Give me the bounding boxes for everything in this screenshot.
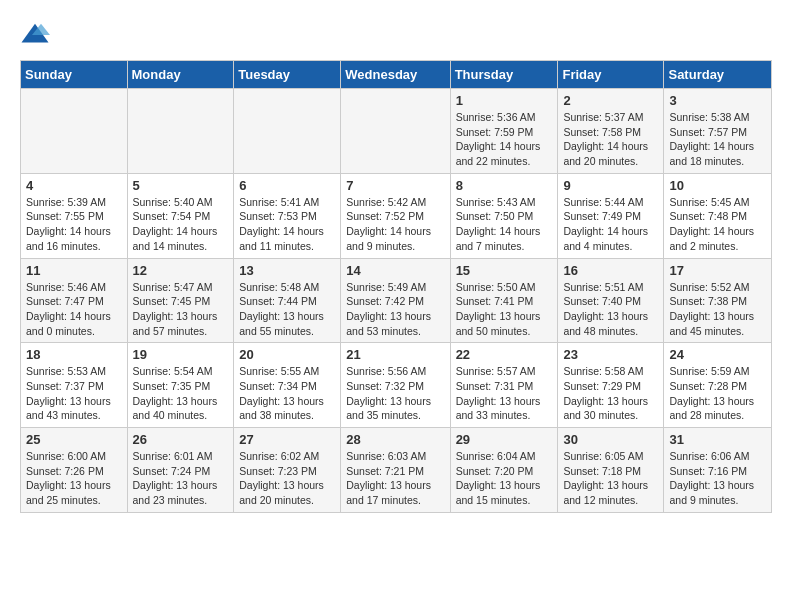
day-cell: 16Sunrise: 5:51 AM Sunset: 7:40 PM Dayli… <box>558 258 664 343</box>
day-cell: 21Sunrise: 5:56 AM Sunset: 7:32 PM Dayli… <box>341 343 450 428</box>
day-number: 27 <box>239 432 335 447</box>
page-header <box>20 20 772 50</box>
day-cell: 12Sunrise: 5:47 AM Sunset: 7:45 PM Dayli… <box>127 258 234 343</box>
day-cell: 5Sunrise: 5:40 AM Sunset: 7:54 PM Daylig… <box>127 173 234 258</box>
day-info: Sunrise: 6:01 AM Sunset: 7:24 PM Dayligh… <box>133 449 229 508</box>
day-cell: 7Sunrise: 5:42 AM Sunset: 7:52 PM Daylig… <box>341 173 450 258</box>
day-number: 16 <box>563 263 658 278</box>
day-cell: 25Sunrise: 6:00 AM Sunset: 7:26 PM Dayli… <box>21 428 128 513</box>
logo <box>20 20 54 50</box>
day-number: 10 <box>669 178 766 193</box>
day-number: 21 <box>346 347 444 362</box>
day-cell: 13Sunrise: 5:48 AM Sunset: 7:44 PM Dayli… <box>234 258 341 343</box>
header-cell-sunday: Sunday <box>21 61 128 89</box>
day-cell: 23Sunrise: 5:58 AM Sunset: 7:29 PM Dayli… <box>558 343 664 428</box>
day-cell: 9Sunrise: 5:44 AM Sunset: 7:49 PM Daylig… <box>558 173 664 258</box>
day-cell: 22Sunrise: 5:57 AM Sunset: 7:31 PM Dayli… <box>450 343 558 428</box>
day-number: 20 <box>239 347 335 362</box>
header-cell-wednesday: Wednesday <box>341 61 450 89</box>
day-cell: 17Sunrise: 5:52 AM Sunset: 7:38 PM Dayli… <box>664 258 772 343</box>
day-cell: 3Sunrise: 5:38 AM Sunset: 7:57 PM Daylig… <box>664 89 772 174</box>
day-cell: 2Sunrise: 5:37 AM Sunset: 7:58 PM Daylig… <box>558 89 664 174</box>
week-row: 25Sunrise: 6:00 AM Sunset: 7:26 PM Dayli… <box>21 428 772 513</box>
day-info: Sunrise: 6:04 AM Sunset: 7:20 PM Dayligh… <box>456 449 553 508</box>
day-number: 28 <box>346 432 444 447</box>
day-number: 31 <box>669 432 766 447</box>
day-cell: 15Sunrise: 5:50 AM Sunset: 7:41 PM Dayli… <box>450 258 558 343</box>
calendar-table: SundayMondayTuesdayWednesdayThursdayFrid… <box>20 60 772 513</box>
day-info: Sunrise: 5:46 AM Sunset: 7:47 PM Dayligh… <box>26 280 122 339</box>
day-cell: 29Sunrise: 6:04 AM Sunset: 7:20 PM Dayli… <box>450 428 558 513</box>
day-number: 12 <box>133 263 229 278</box>
day-info: Sunrise: 5:40 AM Sunset: 7:54 PM Dayligh… <box>133 195 229 254</box>
day-cell: 6Sunrise: 5:41 AM Sunset: 7:53 PM Daylig… <box>234 173 341 258</box>
week-row: 18Sunrise: 5:53 AM Sunset: 7:37 PM Dayli… <box>21 343 772 428</box>
day-cell: 31Sunrise: 6:06 AM Sunset: 7:16 PM Dayli… <box>664 428 772 513</box>
header-cell-friday: Friday <box>558 61 664 89</box>
day-info: Sunrise: 6:03 AM Sunset: 7:21 PM Dayligh… <box>346 449 444 508</box>
day-cell: 8Sunrise: 5:43 AM Sunset: 7:50 PM Daylig… <box>450 173 558 258</box>
day-cell: 27Sunrise: 6:02 AM Sunset: 7:23 PM Dayli… <box>234 428 341 513</box>
day-info: Sunrise: 6:06 AM Sunset: 7:16 PM Dayligh… <box>669 449 766 508</box>
day-cell: 28Sunrise: 6:03 AM Sunset: 7:21 PM Dayli… <box>341 428 450 513</box>
day-number: 23 <box>563 347 658 362</box>
header-cell-thursday: Thursday <box>450 61 558 89</box>
week-row: 1Sunrise: 5:36 AM Sunset: 7:59 PM Daylig… <box>21 89 772 174</box>
day-info: Sunrise: 5:38 AM Sunset: 7:57 PM Dayligh… <box>669 110 766 169</box>
day-cell: 26Sunrise: 6:01 AM Sunset: 7:24 PM Dayli… <box>127 428 234 513</box>
day-number: 19 <box>133 347 229 362</box>
day-number: 8 <box>456 178 553 193</box>
day-number: 9 <box>563 178 658 193</box>
day-cell: 19Sunrise: 5:54 AM Sunset: 7:35 PM Dayli… <box>127 343 234 428</box>
day-cell <box>21 89 128 174</box>
day-number: 2 <box>563 93 658 108</box>
day-info: Sunrise: 5:58 AM Sunset: 7:29 PM Dayligh… <box>563 364 658 423</box>
day-number: 29 <box>456 432 553 447</box>
day-cell: 24Sunrise: 5:59 AM Sunset: 7:28 PM Dayli… <box>664 343 772 428</box>
day-info: Sunrise: 5:52 AM Sunset: 7:38 PM Dayligh… <box>669 280 766 339</box>
day-info: Sunrise: 5:37 AM Sunset: 7:58 PM Dayligh… <box>563 110 658 169</box>
logo-icon <box>20 20 50 50</box>
day-info: Sunrise: 5:45 AM Sunset: 7:48 PM Dayligh… <box>669 195 766 254</box>
day-number: 6 <box>239 178 335 193</box>
day-number: 25 <box>26 432 122 447</box>
day-number: 30 <box>563 432 658 447</box>
day-info: Sunrise: 5:56 AM Sunset: 7:32 PM Dayligh… <box>346 364 444 423</box>
day-number: 7 <box>346 178 444 193</box>
day-number: 11 <box>26 263 122 278</box>
day-cell: 10Sunrise: 5:45 AM Sunset: 7:48 PM Dayli… <box>664 173 772 258</box>
day-info: Sunrise: 5:39 AM Sunset: 7:55 PM Dayligh… <box>26 195 122 254</box>
day-info: Sunrise: 5:54 AM Sunset: 7:35 PM Dayligh… <box>133 364 229 423</box>
week-row: 4Sunrise: 5:39 AM Sunset: 7:55 PM Daylig… <box>21 173 772 258</box>
day-info: Sunrise: 5:36 AM Sunset: 7:59 PM Dayligh… <box>456 110 553 169</box>
day-cell: 20Sunrise: 5:55 AM Sunset: 7:34 PM Dayli… <box>234 343 341 428</box>
header-cell-tuesday: Tuesday <box>234 61 341 89</box>
day-cell: 14Sunrise: 5:49 AM Sunset: 7:42 PM Dayli… <box>341 258 450 343</box>
day-cell: 1Sunrise: 5:36 AM Sunset: 7:59 PM Daylig… <box>450 89 558 174</box>
day-info: Sunrise: 5:57 AM Sunset: 7:31 PM Dayligh… <box>456 364 553 423</box>
day-number: 15 <box>456 263 553 278</box>
day-info: Sunrise: 5:43 AM Sunset: 7:50 PM Dayligh… <box>456 195 553 254</box>
header-row: SundayMondayTuesdayWednesdayThursdayFrid… <box>21 61 772 89</box>
day-info: Sunrise: 5:41 AM Sunset: 7:53 PM Dayligh… <box>239 195 335 254</box>
day-number: 1 <box>456 93 553 108</box>
day-number: 18 <box>26 347 122 362</box>
day-info: Sunrise: 5:42 AM Sunset: 7:52 PM Dayligh… <box>346 195 444 254</box>
day-number: 24 <box>669 347 766 362</box>
day-cell <box>127 89 234 174</box>
day-number: 13 <box>239 263 335 278</box>
day-info: Sunrise: 5:55 AM Sunset: 7:34 PM Dayligh… <box>239 364 335 423</box>
day-info: Sunrise: 5:50 AM Sunset: 7:41 PM Dayligh… <box>456 280 553 339</box>
day-number: 26 <box>133 432 229 447</box>
day-cell: 30Sunrise: 6:05 AM Sunset: 7:18 PM Dayli… <box>558 428 664 513</box>
day-info: Sunrise: 5:49 AM Sunset: 7:42 PM Dayligh… <box>346 280 444 339</box>
day-info: Sunrise: 5:48 AM Sunset: 7:44 PM Dayligh… <box>239 280 335 339</box>
day-cell <box>234 89 341 174</box>
day-info: Sunrise: 5:51 AM Sunset: 7:40 PM Dayligh… <box>563 280 658 339</box>
day-number: 14 <box>346 263 444 278</box>
week-row: 11Sunrise: 5:46 AM Sunset: 7:47 PM Dayli… <box>21 258 772 343</box>
day-info: Sunrise: 6:00 AM Sunset: 7:26 PM Dayligh… <box>26 449 122 508</box>
day-info: Sunrise: 5:53 AM Sunset: 7:37 PM Dayligh… <box>26 364 122 423</box>
day-number: 22 <box>456 347 553 362</box>
day-info: Sunrise: 5:47 AM Sunset: 7:45 PM Dayligh… <box>133 280 229 339</box>
